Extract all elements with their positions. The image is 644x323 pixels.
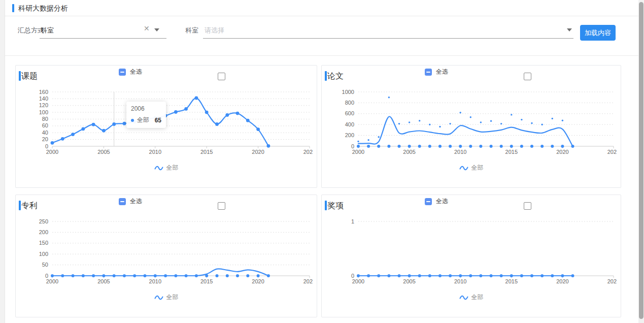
panel-title: 课题 (21, 71, 38, 82)
panel-accent-bar (325, 201, 327, 210)
page-header: 科研大数据分析 (5, 0, 638, 16)
panel-checkbox[interactable] (218, 73, 225, 80)
svg-text:2020: 2020 (252, 149, 264, 155)
svg-text:2010: 2010 (149, 278, 161, 284)
chart-legend[interactable]: 全部 (16, 293, 317, 302)
svg-text:250: 250 (39, 218, 48, 224)
svg-text:2000: 2000 (46, 149, 58, 155)
awards-chart[interactable]: 20002005201020152020202501 (327, 217, 617, 286)
line-series-icon (154, 295, 163, 300)
chart-legend[interactable]: 全部 (322, 293, 621, 302)
svg-text:100: 100 (39, 109, 48, 115)
svg-text:140: 140 (39, 95, 48, 102)
svg-text:50: 50 (42, 262, 48, 268)
svg-text:600: 600 (345, 110, 354, 116)
svg-text:120: 120 (39, 102, 48, 108)
svg-text:2010: 2010 (454, 149, 466, 155)
svg-text:2020: 2020 (556, 278, 568, 284)
indeterminate-checkbox-icon[interactable] (119, 198, 126, 205)
scrollbar-thumb[interactable] (639, 2, 643, 319)
topics-chart[interactable]: 2000200520102015202020250204060801001201… (21, 88, 313, 156)
indeterminate-checkbox-icon[interactable] (425, 198, 432, 205)
line-series-icon (459, 295, 468, 300)
tooltip-value: 65 (155, 117, 161, 124)
svg-text:40: 40 (42, 130, 48, 136)
legend-label: 全部 (471, 293, 484, 302)
svg-text:2025: 2025 (303, 149, 313, 155)
chevron-down-icon[interactable] (154, 28, 159, 31)
select-all-label: 全选 (130, 197, 142, 206)
summary-mode-value: 科室 (41, 26, 54, 35)
tooltip-year: 2006 (131, 105, 161, 112)
series-dot-icon (131, 119, 134, 122)
page-title: 科研大数据分析 (18, 4, 68, 13)
svg-text:80: 80 (42, 116, 48, 122)
line-series-icon (154, 166, 163, 171)
svg-text:2005: 2005 (97, 149, 110, 155)
svg-text:1000: 1000 (342, 89, 354, 95)
select-all-checkbox[interactable]: 全选 (119, 197, 142, 206)
tooltip-series: 全部 (137, 116, 149, 124)
department-label: 科室 (185, 26, 198, 35)
svg-text:2025: 2025 (607, 278, 617, 284)
svg-text:2005: 2005 (97, 278, 110, 284)
svg-text:2000: 2000 (46, 278, 58, 284)
patents-chart[interactable]: 200020052010201520202025050100150200250 (21, 217, 313, 286)
svg-text:2025: 2025 (303, 278, 313, 284)
svg-text:2000: 2000 (352, 149, 364, 155)
chart-legend[interactable]: 全部 (322, 164, 621, 172)
research-analytics-page: 科研大数据分析 汇总方式 科室 ✕ 科室 请选择 加载内容 课题 全选 2000… (0, 0, 644, 323)
chevron-down-icon[interactable] (567, 28, 572, 31)
awards-panel: 奖项 全选 20002005201020152020202501 全部 (321, 195, 621, 317)
load-content-button[interactable]: 加载内容 (580, 25, 616, 41)
department-select-underline (203, 38, 573, 39)
svg-text:200: 200 (345, 132, 354, 138)
panel-checkbox[interactable] (524, 202, 531, 210)
svg-text:2005: 2005 (403, 149, 415, 155)
svg-text:0: 0 (351, 273, 354, 279)
department-placeholder: 请选择 (205, 26, 224, 35)
panel-title: 论文 (327, 71, 344, 82)
svg-text:100: 100 (39, 251, 48, 257)
chart-legend[interactable]: 全部 (16, 164, 317, 172)
summary-select-underline (40, 38, 166, 39)
svg-text:160: 160 (39, 89, 48, 95)
svg-text:2010: 2010 (149, 149, 161, 155)
indeterminate-checkbox-icon[interactable] (425, 69, 432, 76)
topics-panel: 课题 全选 2000200520102015202020250204060801… (15, 65, 317, 188)
svg-text:150: 150 (39, 240, 48, 246)
svg-text:60: 60 (42, 122, 48, 128)
svg-text:2015: 2015 (505, 278, 518, 284)
svg-text:2020: 2020 (556, 149, 568, 155)
left-gutter (0, 0, 5, 323)
panel-accent-bar (19, 71, 21, 81)
chart-tooltip: 2006 全部 65 (126, 102, 166, 128)
svg-text:1: 1 (351, 218, 354, 224)
clear-icon[interactable]: ✕ (144, 25, 150, 32)
select-all-label: 全选 (436, 68, 448, 76)
papers-chart[interactable]: 2000200520102015202020250200400600800100… (327, 88, 617, 156)
svg-text:0: 0 (45, 143, 48, 149)
svg-text:2025: 2025 (607, 149, 617, 155)
panel-title: 专利 (21, 201, 38, 211)
svg-text:2010: 2010 (454, 278, 466, 284)
indeterminate-checkbox-icon[interactable] (119, 69, 126, 76)
svg-text:200: 200 (39, 229, 48, 235)
svg-text:800: 800 (345, 100, 354, 106)
panel-checkbox[interactable] (524, 73, 531, 80)
select-all-checkbox[interactable]: 全选 (425, 197, 448, 206)
line-series-icon (459, 166, 468, 171)
patents-panel: 专利 全选 2000200520102015202020250501001502… (15, 195, 317, 317)
select-all-checkbox[interactable]: 全选 (425, 68, 448, 76)
panel-checkbox[interactable] (218, 202, 225, 210)
svg-text:400: 400 (345, 121, 354, 127)
scrollbar[interactable] (638, 0, 644, 323)
panel-accent-bar (19, 201, 21, 210)
svg-text:2020: 2020 (252, 278, 264, 284)
legend-label: 全部 (166, 164, 179, 172)
legend-label: 全部 (166, 293, 179, 302)
svg-text:2015: 2015 (200, 278, 213, 284)
svg-text:20: 20 (42, 136, 48, 142)
legend-label: 全部 (471, 164, 484, 172)
select-all-checkbox[interactable]: 全选 (119, 68, 142, 76)
